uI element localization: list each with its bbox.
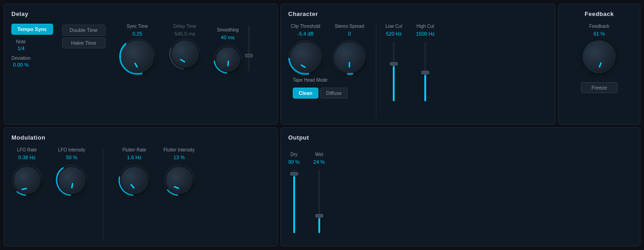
modulation-title: Modulation [11,134,270,141]
wet-thumb[interactable] [315,214,323,218]
deviation-group: Deviation 0.00 % [11,56,31,68]
note-deviation-group: Note 1/4 Deviation 0.00 % [11,39,31,68]
mod-divider [103,147,103,240]
clip-threshold-value: -5.4 dB [297,31,313,36]
feedback-knob-wrap[interactable] [583,40,616,73]
lfo-intensity-knob-wrap[interactable] [56,165,87,196]
dry-container: Dry 90 % [288,152,300,233]
flutter-intensity-knob[interactable] [165,167,193,194]
delay-time-label: Delay Time [174,24,196,29]
lfo-rate-knob-wrap[interactable] [11,165,42,196]
flutter-rate-indicator [130,184,135,189]
output-controls: Dry 90 % Wet 24 % [288,147,633,240]
delay-time-knob-container: Delay Time 545.5 ms [169,24,201,69]
low-cut-container: Low Cut 520 Hz [385,24,402,101]
clip-threshold-knob-wrap[interactable] [288,40,323,75]
flutter-rate-knob[interactable] [121,167,148,194]
delay-time-knob-wrap[interactable] [169,38,201,69]
delay-controls: Tempo Sync Note 1/4 Deviation 0.00 % [11,24,270,118]
high-cut-container: High Cut 1500 Hz [416,24,435,101]
tempo-sync-button[interactable]: Tempo Sync [11,24,53,35]
high-cut-label: High Cut [417,24,434,29]
time-buttons: Double Time Halve Time [62,24,106,48]
flutter-intensity-knob-wrap[interactable] [164,165,195,196]
low-cut-thumb[interactable] [390,62,398,66]
smoothing-group: Smoothing 40 ms [214,24,250,73]
dry-label: Dry [290,152,298,157]
wet-track[interactable] [318,169,320,233]
halve-time-button[interactable]: Halve Time [62,37,106,48]
clean-button[interactable]: Clean [293,88,318,99]
lfo-intensity-container: LFO Intensity 50 % [56,147,87,196]
delay-panel: Delay Tempo Sync Note 1/4 Deviation 0.00… [4,4,278,125]
clip-threshold-label: Clip Threshold [291,24,320,29]
dry-value: 90 % [288,159,300,165]
flutter-rate-knob-wrap[interactable] [119,165,150,196]
char-divider [376,24,376,118]
modulation-panel: Modulation LFO Rate 0.38 Hz [4,127,278,246]
main-container: Delay Tempo Sync Note 1/4 Deviation 0.00… [0,0,644,250]
dry-thumb[interactable] [290,172,298,176]
lfo-rate-knob[interactable] [13,167,41,194]
lfo-intensity-label: LFO Intensity [58,147,85,153]
flutter-rate-value: 1.6 Hz [127,155,142,160]
smoothing-slider-thumb[interactable] [245,54,253,57]
clip-threshold-knob[interactable] [290,42,321,73]
lfo-rate-container: LFO Rate 0.38 Hz [11,147,42,196]
tape-head-section: Tape Head Mode Clean Diffuse [288,78,367,99]
bottom-row: Modulation LFO Rate 0.38 Hz [4,127,640,246]
low-cut-track[interactable] [393,42,395,101]
stereo-spread-knob[interactable] [334,42,365,73]
character-controls: Clip Threshold -5.4 dB [288,24,548,118]
high-cut-thumb[interactable] [421,71,429,74]
sync-time-knob[interactable] [121,40,154,73]
dry-fill [293,176,295,233]
flutter-intensity-label: Flutter Intensity [164,147,195,153]
sync-time-knob-container: Sync Time 0.25 [119,24,156,75]
tape-head-label: Tape Head Mode [293,78,327,83]
diffuse-button[interactable]: Diffuse [320,88,348,99]
smoothing-value: 40 ms [221,35,235,40]
wet-container: Wet 24 % [313,152,325,233]
char-left-knobs: Clip Threshold -5.4 dB [288,24,367,99]
flutter-rate-container: Flutter Rate 1.6 Hz [119,147,150,196]
modulation-controls: LFO Rate 0.38 Hz LFO Intensity [11,147,270,240]
high-cut-track[interactable] [424,42,426,101]
delay-title: Delay [11,10,270,17]
smoothing-knob[interactable] [216,47,240,72]
lfo-rate-value: 0.38 Hz [18,155,36,160]
lfo-rate-indicator [21,188,27,190]
stereo-knob-wrap[interactable] [332,40,367,75]
feedback-knob[interactable] [583,40,616,73]
cut-sliders-section: Low Cut 520 Hz High Cut 1500 Hz [385,24,435,101]
lfo-intensity-knob[interactable] [58,167,85,194]
lfo-intensity-value: 50 % [66,155,77,160]
tape-head-toggle: Clean Diffuse [293,88,348,99]
flutter-intensity-container: Flutter Intensity 13 % [164,147,195,196]
character-title: Character [288,10,548,17]
feedback-knob-container: Feedback 61 % [583,24,616,73]
wet-label: Wet [315,152,323,157]
sync-time-knob-wrap[interactable] [119,38,156,75]
low-cut-fill [393,66,395,101]
character-panel: Character Clip Threshold -5.4 dB [280,4,555,125]
smoothing-knob-container: Smoothing 40 ms [214,27,242,73]
smoothing-knob-wrap[interactable] [214,46,242,73]
feedback-label: Feedback [589,24,609,29]
freeze-button[interactable]: Freeze [581,82,618,93]
stereo-spread-value: 0 [348,31,351,36]
high-cut-fill [424,74,426,101]
note-value: 1/4 [11,46,31,51]
sync-time-indicator [134,62,138,68]
delay-time-knob[interactable] [171,40,199,68]
delay-time-indicator [179,59,185,63]
smoothing-slider-track[interactable] [248,26,250,71]
double-time-button[interactable]: Double Time [62,25,106,36]
note-label: Note [11,39,31,45]
output-panel: Output Dry 90 % Wet 24 % [280,127,640,246]
flutter-intensity-indicator [174,186,179,189]
char-knobs-row: Clip Threshold -5.4 dB [288,24,367,75]
flutter-intensity-value: 13 % [174,155,185,160]
dry-track[interactable] [293,169,295,233]
feedback-indicator [599,62,602,68]
